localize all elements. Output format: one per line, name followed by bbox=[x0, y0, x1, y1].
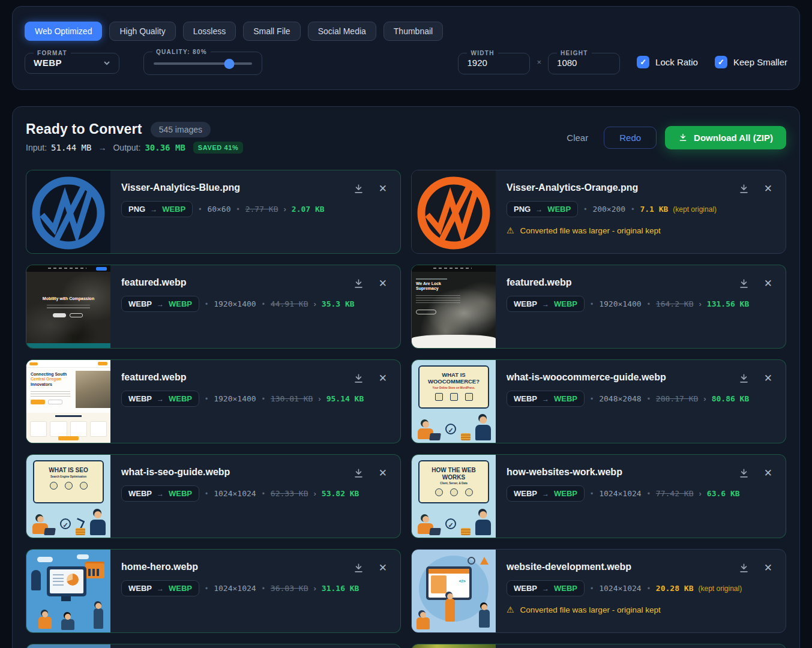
lock-ratio-checkbox[interactable]: ✓ Lock Ratio bbox=[637, 56, 698, 68]
format-select[interactable]: WEBP bbox=[34, 58, 110, 68]
download-file-icon[interactable] bbox=[353, 467, 364, 479]
bullet-separator: • bbox=[205, 584, 208, 593]
arrow-right-icon: → bbox=[535, 205, 543, 214]
format-value: WEBP bbox=[34, 58, 62, 68]
format-conversion-badge: WEBP → WEBP bbox=[121, 391, 199, 407]
image-thumbnail: WHAT IS SEOSearch Engine Optimisation✓ bbox=[26, 455, 110, 538]
remove-file-icon[interactable]: ✕ bbox=[379, 563, 387, 573]
image-thumbnail bbox=[26, 644, 110, 648]
preset-tab-lossless[interactable]: Lossless bbox=[183, 22, 236, 41]
chevron-right-icon: › bbox=[284, 205, 286, 214]
slider-thumb[interactable] bbox=[224, 59, 234, 69]
quality-slider[interactable] bbox=[152, 58, 253, 69]
download-file-icon[interactable] bbox=[738, 562, 750, 574]
width-label: WIDTH bbox=[467, 50, 498, 56]
conversion-meta: WEBP → WEBP • 2048×2048 • 288.17 KB › 80… bbox=[507, 391, 759, 407]
target-format: WEBP bbox=[169, 394, 192, 403]
arrow-right-icon: → bbox=[157, 584, 164, 593]
remove-file-icon[interactable]: ✕ bbox=[379, 373, 387, 383]
height-field: HEIGHT bbox=[548, 50, 620, 74]
converted-size: 63.6 KB bbox=[707, 489, 740, 498]
bullet-separator: • bbox=[591, 584, 593, 593]
image-dimensions: 1920×1400 bbox=[214, 299, 256, 308]
download-file-icon[interactable] bbox=[738, 373, 750, 384]
size-comparison: 164.2 KB › 131.56 KB bbox=[656, 299, 749, 308]
original-size: 130.81 KB bbox=[271, 394, 313, 403]
chevron-right-icon: › bbox=[313, 584, 316, 593]
image-dimensions: 1024×1024 bbox=[214, 584, 256, 593]
target-format: WEBP bbox=[554, 299, 577, 308]
source-format: WEBP bbox=[128, 299, 152, 308]
chevron-right-icon: › bbox=[313, 489, 316, 498]
remove-file-icon[interactable]: ✕ bbox=[379, 468, 387, 478]
download-file-icon[interactable] bbox=[353, 183, 364, 194]
format-conversion-badge: WEBP → WEBP bbox=[121, 485, 199, 502]
chevron-right-icon: › bbox=[318, 394, 320, 403]
download-all-button[interactable]: Download All (ZIP) bbox=[665, 126, 786, 149]
download-file-icon[interactable] bbox=[353, 373, 364, 384]
download-file-icon[interactable] bbox=[738, 467, 750, 479]
remove-file-icon[interactable]: ✕ bbox=[764, 373, 772, 383]
arrow-right-icon: → bbox=[157, 490, 164, 498]
arrow-right-icon: → bbox=[542, 490, 549, 498]
preset-tab-web-optimized[interactable]: Web Optimized bbox=[25, 22, 102, 41]
height-input[interactable] bbox=[557, 58, 611, 68]
remove-file-icon[interactable]: ✕ bbox=[379, 184, 387, 194]
bullet-separator: • bbox=[205, 300, 208, 308]
keep-smaller-checkbox[interactable]: ✓ Keep Smaller bbox=[715, 56, 787, 68]
cards-grid: Visser-Analytics-Blue.png PNG → WEBP • 6… bbox=[26, 170, 786, 648]
source-format: WEBP bbox=[514, 299, 537, 308]
format-conversion-badge: WEBP → WEBP bbox=[507, 296, 585, 312]
preset-tab-thumbnail[interactable]: Thumbnail bbox=[383, 22, 443, 41]
bullet-separator: • bbox=[262, 395, 265, 403]
file-name: website-development.webp bbox=[507, 562, 775, 572]
image-card: home-hero.webp WEBP → WEBP • 1024×1024 •… bbox=[26, 549, 401, 633]
remove-file-icon[interactable]: ✕ bbox=[764, 278, 772, 289]
warning-text: Converted file was larger - original kep… bbox=[520, 605, 661, 614]
download-file-icon[interactable] bbox=[738, 278, 750, 289]
remove-file-icon[interactable]: ✕ bbox=[764, 468, 772, 478]
source-format: WEBP bbox=[128, 394, 152, 403]
preset-tab-small-file[interactable]: Small File bbox=[243, 22, 300, 41]
conversion-meta: WEBP → WEBP • 1920×1400 • 164.2 KB › 131… bbox=[507, 296, 759, 312]
download-file-icon[interactable] bbox=[353, 562, 364, 574]
arrow-right-icon: → bbox=[542, 300, 549, 308]
preset-tab-social-media[interactable]: Social Media bbox=[308, 22, 376, 41]
arrow-right-icon: → bbox=[150, 205, 157, 214]
bullet-separator: • bbox=[648, 300, 650, 308]
thumb-headline: We Are Lock Supremacy bbox=[416, 281, 464, 291]
file-name: featured.webp bbox=[121, 372, 389, 383]
saved-badge: SAVED 41% bbox=[193, 142, 244, 154]
bullet-separator: • bbox=[262, 584, 265, 593]
format-conversion-badge: PNG → WEBP bbox=[507, 201, 578, 217]
remove-file-icon[interactable]: ✕ bbox=[764, 184, 772, 194]
target-format: WEBP bbox=[169, 584, 192, 593]
clear-button[interactable]: Clear bbox=[559, 128, 595, 148]
download-file-icon[interactable] bbox=[353, 278, 364, 289]
download-file-icon[interactable] bbox=[738, 183, 750, 194]
conversion-warning: ⚠ Converted file was larger - original k… bbox=[507, 605, 775, 614]
image-card: Mobility with Compassion featured.webp W… bbox=[26, 265, 401, 349]
image-card: </> website-development.webp WEBP → WEBP… bbox=[411, 549, 786, 633]
size-comparison: 77.42 KB › 63.6 KB bbox=[656, 489, 740, 498]
redo-button[interactable]: Redo bbox=[604, 127, 657, 149]
image-count-badge: 545 images bbox=[151, 122, 211, 137]
format-conversion-badge: WEBP → WEBP bbox=[507, 580, 585, 596]
checkbox-check-icon: ✓ bbox=[715, 56, 727, 68]
preset-tab-high-quality[interactable]: High Quality bbox=[109, 22, 175, 41]
preset-tabs: Web Optimized High Quality Lossless Smal… bbox=[25, 22, 787, 41]
file-name: how-websites-work.webp bbox=[507, 467, 775, 478]
image-card: WHAT IS WOOCOMMERCE?Your Online Store on… bbox=[411, 359, 786, 443]
file-name: featured.webp bbox=[121, 277, 389, 288]
size-comparison: 288.17 KB › 80.86 KB bbox=[656, 394, 749, 403]
remove-file-icon[interactable]: ✕ bbox=[764, 563, 772, 573]
remove-file-icon[interactable]: ✕ bbox=[379, 278, 387, 289]
kept-file-size: 7.1 KB bbox=[640, 205, 668, 214]
image-dimensions: 2048×2048 bbox=[599, 394, 641, 403]
conversion-meta: WEBP → WEBP • 1024×1024 • › 20.28 KB 20.… bbox=[507, 580, 759, 596]
converted-size: 80.86 KB bbox=[712, 394, 750, 403]
width-input[interactable] bbox=[467, 58, 521, 68]
arrow-right-icon: → bbox=[98, 143, 106, 152]
file-name: home-hero.webp bbox=[121, 562, 389, 572]
target-format: WEBP bbox=[169, 299, 192, 308]
